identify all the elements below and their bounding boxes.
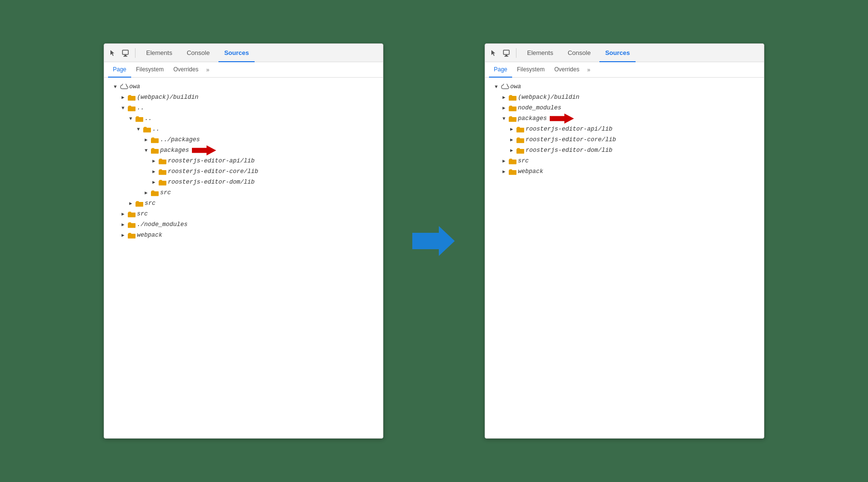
tree-row-owa-left[interactable]: owa [104, 81, 383, 92]
tree-row-nodemodules-left[interactable]: ./node_modules [104, 219, 383, 230]
folder-icon-src-right [509, 157, 516, 165]
tree-row-dotdot-packages-left[interactable]: ../packages [104, 134, 383, 145]
arrow-dotdot2-left [127, 115, 134, 122]
folder-icon-roosterjs-dom-right [516, 147, 524, 154]
tree-row-packages-right[interactable]: packages [485, 113, 764, 124]
label-roosterjs-core-left: roosterjs-editor-core/lib [168, 168, 258, 175]
subtab-page-right[interactable]: Page [489, 62, 512, 78]
tab-sources[interactable]: Sources [218, 44, 255, 62]
arrow-roosterjs-api-left [150, 158, 157, 164]
svg-rect-5 [503, 50, 509, 54]
arrow-webpack2-right [501, 168, 507, 175]
arrow-webpack2-left [120, 232, 126, 239]
arrow-src3-left [120, 211, 126, 217]
cloud-icon-right [501, 84, 509, 90]
label-src-right: src [518, 158, 529, 164]
tree-row-webpack2-right[interactable]: webpack [485, 166, 764, 177]
tree-row-src1-left[interactable]: src [104, 187, 383, 198]
arrow-nodemodules-left [120, 221, 126, 228]
left-devtools-panel: Elements Console Sources Page Filesystem… [104, 43, 383, 439]
arrow-roosterjs-dom-right [508, 147, 515, 154]
arrow-roosterjs-core-right [508, 136, 515, 143]
subtab-page-left[interactable]: Page [108, 62, 131, 78]
tab-console[interactable]: Console [181, 44, 216, 62]
tree-row-src-right[interactable]: src [485, 156, 764, 166]
svg-rect-1 [124, 55, 126, 56]
tab-elements-right[interactable]: Elements [521, 44, 559, 62]
folder-icon-roosterjs-api-right [516, 125, 524, 133]
tree-row-dotdot2-left[interactable]: .. [104, 113, 383, 124]
label-owa-left: owa [129, 83, 140, 90]
red-arrow-packages-right [550, 112, 575, 125]
arrow-roosterjs-dom-left [150, 179, 157, 186]
arrow-owa-right [493, 83, 500, 90]
folder-icon-dotdot2-left [136, 115, 143, 122]
svg-rect-2 [123, 56, 127, 57]
label-roosterjs-api-right: roosterjs-editor-api/lib [526, 126, 612, 133]
tree-row-src3-left[interactable]: src [104, 209, 383, 219]
subtab-filesystem-left[interactable]: Filesystem [131, 62, 168, 78]
tab-elements[interactable]: Elements [140, 44, 178, 62]
folder-icon-src1-left [151, 189, 159, 197]
arrow-roosterjs-core-left [150, 168, 157, 175]
arrow-nodemodules-right [501, 105, 507, 111]
subtab-more-right[interactable]: » [584, 67, 593, 73]
arrow-roosterjs-api-right [508, 126, 515, 133]
label-webpack2-right: webpack [518, 168, 543, 175]
arrow-src-right [501, 158, 507, 164]
tree-row-roosterjs-api-right[interactable]: roosterjs-editor-api/lib [485, 124, 764, 134]
subtab-overrides-right[interactable]: Overrides [549, 62, 584, 78]
toolbar-separator-right [516, 48, 516, 58]
right-file-tree: owa (webpack)/buildin node_m [485, 78, 764, 438]
arrow-src1-left [143, 189, 149, 196]
label-dotdot1-left: .. [137, 105, 144, 111]
tree-row-webpack-left[interactable]: (webpack)/buildin [104, 92, 383, 103]
folder-icon-roosterjs-api-left [159, 157, 166, 165]
tree-row-owa-right[interactable]: owa [485, 81, 764, 92]
label-packages-right: packages [518, 115, 547, 122]
tree-row-webpack2-left[interactable]: webpack [104, 230, 383, 241]
arrow-owa-left [112, 83, 119, 90]
label-roosterjs-dom-left: roosterjs-editor-dom/lib [168, 179, 255, 186]
tree-row-nodemodules-right[interactable]: node_modules [485, 103, 764, 113]
tree-row-src2-left[interactable]: src [104, 198, 383, 209]
svg-marker-8 [550, 114, 574, 124]
tree-row-packages-left[interactable]: packages [104, 145, 383, 156]
svg-marker-3 [192, 146, 216, 156]
tree-row-dotdot1-left[interactable]: .. [104, 103, 383, 113]
right-sub-tabs: Page Filesystem Overrides » [485, 62, 764, 78]
subtab-filesystem-right[interactable]: Filesystem [512, 62, 549, 78]
folder-icon-roosterjs-core-left [159, 168, 166, 175]
tree-row-dotdot3-left[interactable]: .. [104, 124, 383, 134]
arrow-src2-left [127, 200, 134, 207]
arrow-dotdot-packages-left [143, 136, 149, 143]
tab-sources-right[interactable]: Sources [599, 44, 636, 62]
folder-icon-src3-left [128, 210, 136, 218]
cursor-icon-right[interactable] [489, 48, 499, 58]
inspect-icon[interactable] [121, 48, 130, 58]
label-dotdot3-left: .. [152, 126, 160, 133]
svg-marker-4 [412, 226, 455, 256]
tree-row-roosterjs-core-right[interactable]: roosterjs-editor-core/lib [485, 134, 764, 145]
inspect-icon-right[interactable] [502, 48, 511, 58]
folder-icon-packages-right [509, 115, 516, 122]
arrow-dotdot3-left [135, 126, 142, 133]
left-file-tree: owa (webpack)/buildin .. [104, 78, 383, 438]
label-nodemodules-right: node_modules [518, 105, 561, 111]
subtab-overrides-left[interactable]: Overrides [168, 62, 203, 78]
tree-row-roosterjs-dom-right[interactable]: roosterjs-editor-dom/lib [485, 145, 764, 156]
cursor-icon[interactable] [108, 48, 118, 58]
cloud-icon-left [120, 84, 128, 90]
arrow-packages-left [143, 147, 149, 154]
tree-row-roosterjs-dom-left[interactable]: roosterjs-editor-dom/lib [104, 177, 383, 187]
arrow-packages-right [501, 115, 507, 122]
tree-row-webpack-right[interactable]: (webpack)/buildin [485, 92, 764, 103]
folder-icon-webpack2-left [128, 231, 136, 239]
tree-row-roosterjs-api-left[interactable]: roosterjs-editor-api/lib [104, 156, 383, 166]
tree-row-roosterjs-core-left[interactable]: roosterjs-editor-core/lib [104, 166, 383, 177]
subtab-more-left[interactable]: » [203, 67, 212, 73]
folder-icon-webpack-right [509, 94, 516, 101]
folder-icon-nodemodules-left [128, 221, 136, 228]
tab-console-right[interactable]: Console [562, 44, 597, 62]
label-nodemodules-left: ./node_modules [137, 221, 188, 228]
